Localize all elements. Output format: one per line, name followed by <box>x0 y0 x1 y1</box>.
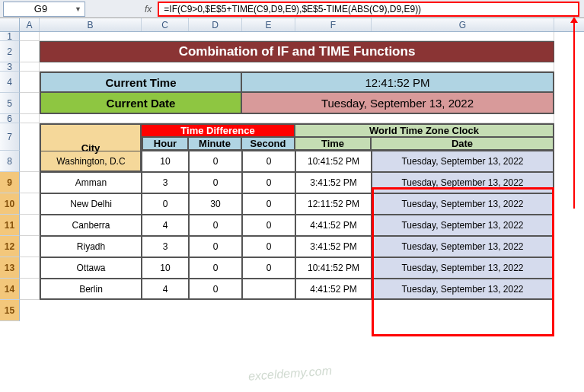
select-all-corner[interactable] <box>0 18 20 31</box>
cell-minute[interactable]: 0 <box>189 257 242 279</box>
arrow-annotation <box>573 18 575 209</box>
cell-city[interactable]: Riyadh <box>40 236 142 257</box>
header-second: Second <box>242 138 295 151</box>
row-header-15[interactable]: 15 <box>0 300 20 321</box>
cell-time[interactable]: 3:41:52 PM <box>295 172 372 193</box>
row-header-5[interactable]: 5 <box>0 93 20 114</box>
cell-second[interactable]: 0 <box>242 236 295 257</box>
cell-date[interactable]: Tuesday, September 13, 2022 <box>372 215 554 236</box>
cell-minute[interactable]: 0 <box>189 279 242 300</box>
col-header-G[interactable]: G <box>372 18 554 31</box>
header-time: Time <box>295 138 372 151</box>
column-headers: A B C D E F G <box>0 18 584 32</box>
current-date-value[interactable]: Tuesday, September 13, 2022 <box>242 93 554 114</box>
col-header-E[interactable]: E <box>242 18 295 31</box>
cell-city[interactable]: Ottawa <box>40 257 142 279</box>
spreadsheet-grid: A B C D E F G 1 2 3 4 5 6 7 8 9 10 11 12… <box>0 18 584 321</box>
cell-city[interactable]: Canberra <box>40 215 142 236</box>
formula-bar[interactable]: =IF(C9>0,$E$5+TIME(C9,D9,E9),$E$5-TIME(A… <box>158 2 579 17</box>
row-header-11[interactable]: 11 <box>0 215 20 236</box>
row-header-13[interactable]: 13 <box>0 257 20 279</box>
row-header-12[interactable]: 12 <box>0 236 20 257</box>
col-header-D[interactable]: D <box>189 18 242 31</box>
row-header-10[interactable]: 10 <box>0 193 20 215</box>
table-row: Washington, D.C 10 0 0 10:41:52 PM Tuesd… <box>20 151 554 172</box>
header-date: Date <box>372 138 554 151</box>
cell-time[interactable]: 10:41:52 PM <box>295 257 372 279</box>
cell-second[interactable]: 0 <box>242 257 295 279</box>
cell-hour[interactable]: 3 <box>142 172 189 193</box>
cell-second[interactable]: 0 <box>242 215 295 236</box>
row-header-4[interactable]: 4 <box>0 72 20 93</box>
cell-date[interactable]: Tuesday, September 13, 2022 <box>372 193 554 215</box>
row-header-8[interactable]: 8 <box>0 151 20 172</box>
cell-date[interactable]: Tuesday, September 13, 2022 <box>372 236 554 257</box>
cell-city[interactable]: Berlin <box>40 279 142 300</box>
name-box-value: G9 <box>7 3 75 14</box>
formula-bar-area: G9 ▼ fx =IF(C9>0,$E$5+TIME(C9,D9,E9),$E$… <box>0 0 584 18</box>
cell-second[interactable] <box>242 279 295 300</box>
watermark: exceldemy.com <box>248 364 333 384</box>
table-row: Riyadh 3 0 0 3:41:52 PM Tuesday, Septemb… <box>20 236 554 257</box>
header-minute: Minute <box>189 138 242 151</box>
cell-date[interactable]: Tuesday, September 13, 2022 <box>372 172 554 193</box>
cell-time[interactable]: 12:11:52 PM <box>295 193 372 215</box>
cell-time[interactable]: 4:41:52 PM <box>295 279 372 300</box>
cell-content: Combination of IF and TIME Functions Cur… <box>20 32 554 321</box>
row-header-9[interactable]: 9 <box>0 172 20 193</box>
header-timediff: Time Difference <box>142 123 295 138</box>
cell-city[interactable]: New Delhi <box>40 193 142 215</box>
cell-minute[interactable]: 30 <box>189 193 242 215</box>
col-header-A[interactable]: A <box>20 18 40 31</box>
row-header-2[interactable]: 2 <box>0 41 20 62</box>
cell-hour[interactable]: 4 <box>142 279 189 300</box>
header-worldclock: World Time Zone Clock <box>295 123 554 138</box>
col-header-F[interactable]: F <box>295 18 372 31</box>
cell-second[interactable]: 0 <box>242 151 295 172</box>
row-header-14[interactable]: 14 <box>0 279 20 300</box>
table-row: Berlin 4 0 4:41:52 PM Tuesday, September… <box>20 279 554 300</box>
table-row: Amman 3 0 0 3:41:52 PM Tuesday, Septembe… <box>20 172 554 193</box>
cell-time[interactable]: 10:41:52 PM <box>295 151 372 172</box>
cell-second[interactable]: 0 <box>242 193 295 215</box>
cell-second[interactable]: 0 <box>242 172 295 193</box>
row-header-3[interactable]: 3 <box>0 62 20 72</box>
col-header-C[interactable]: C <box>142 18 189 31</box>
cell-time[interactable]: 3:41:52 PM <box>295 236 372 257</box>
cell-hour[interactable]: 10 <box>142 257 189 279</box>
cell-date[interactable]: Tuesday, September 13, 2022 <box>372 257 554 279</box>
cell-minute[interactable]: 0 <box>189 215 242 236</box>
table-row: Ottawa 10 0 0 10:41:52 PM Tuesday, Septe… <box>20 257 554 279</box>
table-row: New Delhi 0 30 0 12:11:52 PM Tuesday, Se… <box>20 193 554 215</box>
cell-minute[interactable]: 0 <box>189 151 242 172</box>
fx-icon[interactable]: fx <box>145 4 152 14</box>
current-date-label: Current Date <box>40 93 242 114</box>
chevron-down-icon[interactable]: ▼ <box>75 5 81 13</box>
cell-city[interactable]: Washington, D.C <box>40 151 142 172</box>
cell-minute[interactable]: 0 <box>189 172 242 193</box>
cell-hour[interactable]: 4 <box>142 215 189 236</box>
formula-text: =IF(C9>0,$E$5+TIME(C9,D9,E9),$E$5-TIME(A… <box>164 4 421 14</box>
title-banner: Combination of IF and TIME Functions <box>40 41 554 62</box>
row-header-7[interactable]: 7 <box>0 123 20 151</box>
row-header-6[interactable]: 6 <box>0 114 20 123</box>
cell-time[interactable]: 4:41:52 PM <box>295 215 372 236</box>
cell-city[interactable]: Amman <box>40 172 142 193</box>
cell-minute[interactable]: 0 <box>189 236 242 257</box>
cell-date[interactable]: Tuesday, September 13, 2022 <box>372 279 554 300</box>
current-time-value[interactable]: 12:41:52 PM <box>242 72 554 93</box>
current-time-label: Current Time <box>40 72 242 93</box>
name-box[interactable]: G9 ▼ <box>3 2 85 17</box>
cell-date[interactable]: Tuesday, September 13, 2022 <box>372 151 554 172</box>
table-row: Canberra 4 0 0 4:41:52 PM Tuesday, Septe… <box>20 215 554 236</box>
header-hour: Hour <box>142 138 189 151</box>
row-header-1[interactable]: 1 <box>0 32 20 41</box>
col-header-B[interactable]: B <box>40 18 142 31</box>
cell-hour[interactable]: 3 <box>142 236 189 257</box>
row-headers: 1 2 3 4 5 6 7 8 9 10 11 12 13 14 15 <box>0 32 20 321</box>
cell-hour[interactable]: 0 <box>142 193 189 215</box>
cell-hour[interactable]: 10 <box>142 151 189 172</box>
